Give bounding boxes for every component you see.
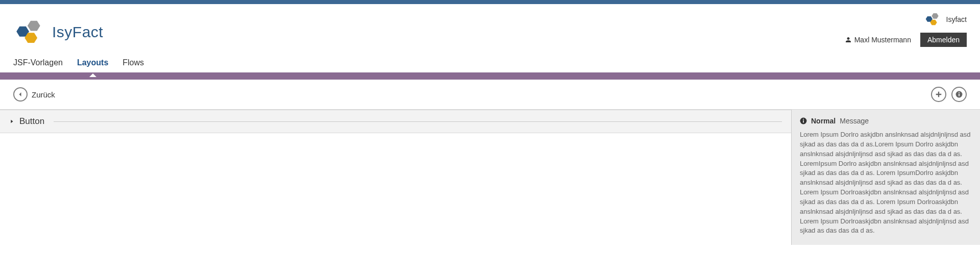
section-header[interactable]: Button	[0, 110, 791, 133]
info-heading-light: Message	[840, 117, 869, 125]
add-button[interactable]	[931, 87, 946, 102]
back-label: Zurück	[32, 90, 55, 99]
content-main: Button	[0, 110, 791, 245]
info-panel: Normal Message Lorem Ipsum Dorlro askjdb…	[791, 110, 980, 245]
section-title: Button	[19, 116, 44, 127]
plus-icon	[935, 91, 942, 98]
section-divider	[54, 121, 782, 122]
brand-small: Isyfact	[924, 13, 967, 26]
user-name: Maxl Mustermann	[845, 36, 911, 44]
info-heading-strong: Normal	[811, 117, 836, 125]
back-button[interactable]: Zurück	[13, 87, 55, 102]
svg-marker-0	[28, 21, 40, 31]
info-circle-icon	[800, 117, 807, 124]
svg-marker-3	[932, 13, 938, 19]
header: IsyFact Isyfact Maxl Mustermann Abmelden	[0, 4, 980, 47]
logo-text: IsyFact	[52, 23, 103, 41]
chevron-right-icon	[9, 118, 14, 125]
header-right: Isyfact Maxl Mustermann Abmelden	[845, 13, 967, 47]
nav-list: JSF-Vorlagen Layouts Flows	[13, 58, 967, 72]
nav-item-layouts[interactable]: Layouts	[77, 58, 108, 72]
info-icon	[955, 91, 963, 98]
top-accent-bar	[0, 0, 980, 4]
chevron-left-icon	[17, 91, 23, 97]
toolbar-right	[931, 87, 967, 102]
nav-item-jsf[interactable]: JSF-Vorlagen	[13, 58, 63, 72]
svg-point-8	[959, 92, 960, 93]
logo-small-icon	[924, 13, 941, 26]
user-icon	[845, 37, 851, 43]
logout-button[interactable]: Abmelden	[920, 33, 967, 47]
nav-item-flows[interactable]: Flows	[122, 58, 144, 72]
main-nav: JSF-Vorlagen Layouts Flows	[0, 47, 980, 72]
back-icon-wrap	[13, 87, 28, 102]
svg-rect-7	[959, 94, 960, 96]
info-button[interactable]	[951, 87, 967, 102]
content-row: Button Normal Message Lorem Ipsum Dorlro…	[0, 110, 980, 245]
user-name-text: Maxl Mustermann	[854, 36, 911, 44]
user-row: Maxl Mustermann Abmelden	[845, 33, 967, 47]
toolbar: Zurück	[0, 80, 980, 110]
info-panel-body: Lorem Ipsum Dorlro askjdbn anslnknsad al…	[800, 130, 972, 236]
svg-point-11	[803, 119, 804, 120]
info-panel-title: Normal Message	[800, 117, 972, 125]
brand-small-label: Isyfact	[946, 15, 967, 23]
logo-block: IsyFact	[13, 20, 103, 44]
svg-rect-10	[803, 120, 804, 123]
logo-icon	[13, 20, 45, 44]
nav-accent-bar	[0, 72, 980, 80]
